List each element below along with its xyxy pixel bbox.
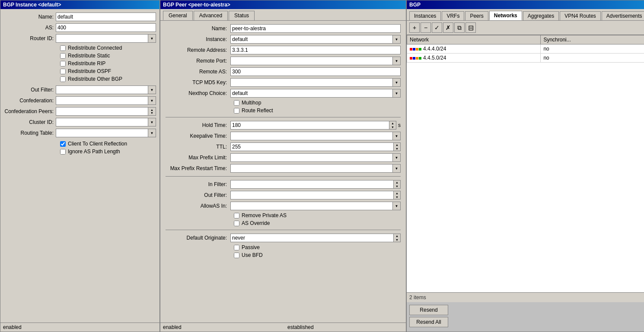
peer-remoteport-input[interactable]: [230, 57, 393, 65]
network-icon: [410, 48, 421, 51]
clusterid-input[interactable]: [56, 118, 148, 126]
peer-remoteport-arrow[interactable]: ▼: [393, 57, 401, 65]
redistribute-ospf-checkbox[interactable]: [60, 69, 66, 74]
peer-defaultoriginate-input[interactable]: [230, 234, 394, 242]
confpeers-dropdown-arrow[interactable]: ▲ ▼: [148, 107, 156, 116]
peer-nexthop-arrow[interactable]: ▼: [393, 89, 401, 98]
peer-tcpmd5-input[interactable]: [230, 78, 393, 87]
routerid-field: ▼: [56, 34, 156, 43]
add-button[interactable]: +: [409, 22, 420, 33]
peer-ttl-input[interactable]: [230, 142, 394, 151]
redistribute-connected-checkbox[interactable]: [60, 45, 66, 51]
peer-maxprefixrestart-arrow[interactable]: ▼: [393, 164, 401, 173]
peer-instance-input[interactable]: [230, 35, 393, 44]
network-cell: 4.4.4.0/24: [407, 44, 541, 54]
peer-tcpmd5-arrow[interactable]: ▼: [393, 78, 401, 87]
peer-asoverride-label: AS Override: [242, 220, 270, 226]
routerid-input[interactable]: [56, 34, 148, 43]
outfilter-row: Out Filter: ▼: [4, 85, 156, 94]
remove-button[interactable]: −: [421, 22, 431, 33]
peer-allowasin-input[interactable]: [230, 202, 393, 210]
ctcreflection-checkbox[interactable]: [60, 141, 66, 147]
tab-general[interactable]: General: [163, 11, 193, 20]
peer-remoteaddr-input[interactable]: [230, 46, 401, 54]
redistribute-connected-row: Redistribute Connected: [60, 45, 156, 51]
bgp-tab-vpn4routes[interactable]: VPN4 Routes: [560, 11, 601, 20]
confpeers-input[interactable]: [56, 107, 148, 116]
bgp-tab-advertisements[interactable]: Advertisements: [602, 11, 644, 20]
peer-keepalive-arrow[interactable]: ▼: [393, 132, 401, 140]
separator-1: [166, 117, 401, 117]
confederation-input[interactable]: [56, 96, 148, 105]
redistribute-ospf-row: Redistribute OSPF: [60, 68, 156, 74]
bgp-tab-vrfs[interactable]: VRFs: [442, 11, 464, 20]
peer-outfilter-input[interactable]: [230, 191, 394, 199]
bgp-tab-instances[interactable]: Instances: [409, 11, 441, 20]
as-input[interactable]: [56, 23, 156, 32]
peer-defaultoriginate-row: Default Originate: ▲ ▼: [166, 234, 401, 242]
peer-passive-checkbox[interactable]: [234, 245, 239, 250]
peer-keepalive-input[interactable]: [230, 132, 393, 140]
filter-button[interactable]: ⊟: [465, 22, 476, 33]
peer-tcpmd5-field: ▼: [230, 78, 401, 87]
ignoreaspath-row: Ignore AS Path Length: [60, 149, 156, 155]
table-row[interactable]: 4.4.5.0/24no: [407, 54, 644, 63]
peer-infilter-arrow[interactable]: ▲ ▼: [394, 180, 401, 189]
outfilter-input[interactable]: [56, 85, 148, 94]
check-button[interactable]: ✓: [432, 22, 442, 33]
peer-instance-arrow[interactable]: ▼: [393, 35, 401, 44]
peer-status-bar: enabled established: [160, 323, 406, 332]
routingtable-input[interactable]: [56, 129, 148, 137]
outfilter-dropdown-arrow[interactable]: ▼: [148, 85, 156, 94]
peer-name-input[interactable]: [230, 24, 401, 33]
tab-status[interactable]: Status: [229, 11, 255, 20]
peer-removeprivateas-checkbox[interactable]: [234, 213, 239, 218]
tab-advanced[interactable]: Advanced: [194, 11, 228, 20]
redistribute-rip-checkbox[interactable]: [60, 61, 66, 66]
peer-keepalive-field: ▼: [230, 132, 401, 140]
times-button[interactable]: ✗: [443, 22, 453, 33]
bgp-tab-peers[interactable]: Peers: [465, 11, 488, 20]
peer-multihop-checkbox[interactable]: [234, 100, 239, 106]
peer-maxprefixrestart-field: ▼: [230, 164, 401, 173]
redistribute-otherbgp-checkbox[interactable]: [60, 76, 66, 82]
col-network[interactable]: Network: [407, 35, 541, 44]
copy-button[interactable]: ⧉: [454, 22, 465, 33]
ignoreaspath-checkbox[interactable]: [60, 149, 66, 155]
routerid-dropdown-arrow[interactable]: ▼: [148, 34, 156, 43]
peer-nexthop-input[interactable]: [230, 89, 393, 98]
confpeers-row: Confederation Peers: ▲ ▼: [4, 107, 156, 116]
peer-usebfd-label: Use BFD: [242, 252, 263, 258]
peer-remoteas-input[interactable]: [230, 67, 401, 76]
peer-holdtime-spinbox[interactable]: ▲ ▼: [389, 121, 396, 130]
confederation-dropdown-arrow[interactable]: ▼: [148, 96, 156, 105]
name-input[interactable]: [56, 13, 156, 21]
peer-infilter-input[interactable]: [230, 180, 394, 189]
routingtable-dropdown-arrow[interactable]: ▼: [148, 129, 156, 137]
peer-outfilter-arrow[interactable]: ▲ ▼: [394, 191, 401, 199]
resend-all-button[interactable]: Resend All: [409, 317, 448, 327]
name-label: Name:: [4, 14, 56, 20]
peer-routereflect-checkbox[interactable]: [234, 108, 239, 114]
peer-allowasin-arrow[interactable]: ▼: [393, 202, 401, 210]
peer-keepalive-label: Keepalive Time:: [166, 133, 230, 139]
bgp-tab-networks[interactable]: Networks: [489, 11, 522, 20]
clusterid-dropdown-arrow[interactable]: ▼: [148, 118, 156, 126]
spinbox-up-icon[interactable]: ▲: [389, 121, 396, 125]
peer-maxprefix-input[interactable]: [230, 153, 393, 162]
peer-usebfd-checkbox[interactable]: [234, 253, 239, 258]
redistribute-static-checkbox[interactable]: [60, 53, 66, 59]
bgp-networks-table: Network Synchroni... 4.4.4.0/24no4.4.5.0…: [407, 35, 644, 292]
bgp-tab-aggregates[interactable]: Aggregates: [523, 11, 559, 20]
peer-asoverride-checkbox[interactable]: [234, 221, 239, 226]
peer-defaultoriginate-arrow[interactable]: ▲ ▼: [394, 234, 401, 242]
table-row[interactable]: 4.4.4.0/24no: [407, 44, 644, 54]
peer-ttl-arrow[interactable]: ▲ ▼: [394, 142, 401, 151]
peer-holdtime-input[interactable]: [230, 121, 389, 130]
peer-maxprefixrestart-input[interactable]: [230, 164, 393, 173]
col-synchroni[interactable]: Synchroni...: [541, 35, 644, 44]
peer-remoteas-label: Remote AS:: [166, 69, 230, 75]
spinbox-down-icon[interactable]: ▼: [389, 125, 396, 129]
peer-maxprefix-arrow[interactable]: ▼: [393, 153, 401, 162]
resend-button[interactable]: Resend: [409, 305, 448, 315]
